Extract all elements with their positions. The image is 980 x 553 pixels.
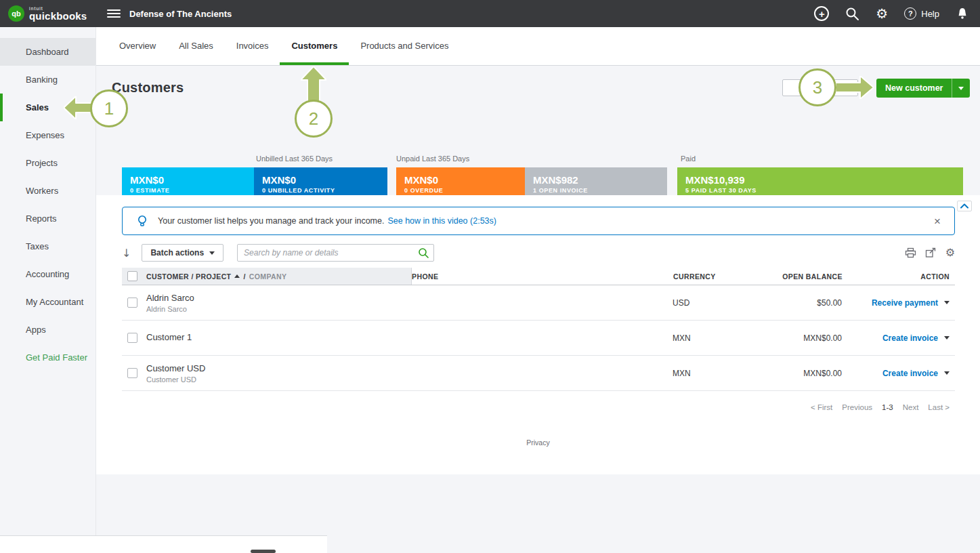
row-currency: MXN (673, 369, 754, 378)
select-all-checkbox[interactable] (127, 271, 137, 281)
table-row[interactable]: Customer 1 MXN MXN$0.00 Create invoice (122, 321, 955, 356)
tab-all-sales[interactable]: All Sales (167, 27, 225, 65)
sidebar-item-my-accountant[interactable]: My Accountant (0, 288, 95, 316)
quickbooks-logo: qb intuit quickbooks (0, 5, 96, 22)
hamburger-menu-icon[interactable] (107, 9, 121, 18)
customer-name-link[interactable]: Customer 1 (146, 332, 192, 342)
customer-name-link[interactable]: Aldrin Sarco (146, 293, 194, 303)
row-open-balance: MXN$0.00 (754, 369, 842, 378)
row-action-link[interactable]: Receive payment (872, 298, 938, 308)
scrollbar-thumb[interactable] (251, 550, 276, 553)
tab-invoices[interactable]: Invoices (225, 27, 280, 65)
annotation-step-1: 1 (90, 89, 128, 127)
row-currency: MXN (673, 333, 754, 343)
tab-customers[interactable]: Customers (280, 27, 349, 65)
sidebar-item-banking[interactable]: Banking (0, 66, 95, 94)
header-checkbox-cell (122, 268, 146, 285)
row-name-cell: Aldrin Sarco Aldrin Sarco (146, 293, 411, 313)
table-row[interactable]: Customer USD Customer USD MXN MXN$0.00 C… (122, 356, 955, 391)
export-icon[interactable] (925, 247, 937, 258)
row-open-balance: MXN$0.00 (754, 333, 842, 343)
customer-list-panel: Your customer list helps you manage and … (96, 195, 980, 474)
banner-video-link[interactable]: See how in this video (2:53s) (387, 216, 496, 226)
row-action-chevron-icon[interactable] (944, 301, 950, 304)
pagination-range: 1-3 (882, 403, 893, 411)
segment-caption: 1 OPEN INVOICE (533, 187, 659, 194)
list-toolbar: ↓ Batch actions ⚙ (122, 243, 955, 262)
sidebar-item-reports[interactable]: Reports (0, 205, 95, 232)
search-icon[interactable] (845, 7, 859, 21)
sidebar-item-taxes[interactable]: Taxes (0, 232, 95, 260)
search-icon[interactable] (418, 247, 429, 262)
sidebar-item-accounting[interactable]: Accounting (0, 260, 95, 288)
topbar-actions: + ⚙ ? Help (814, 6, 980, 21)
toolbar-right-icons: ⚙ (905, 247, 955, 258)
batch-actions-button[interactable]: Batch actions (142, 244, 223, 262)
table-header-name-group: CUSTOMER / PROJECT / COMPANY (122, 268, 412, 285)
new-customer-dropdown[interactable] (952, 79, 970, 98)
sort-icon[interactable]: ↓ (122, 247, 131, 260)
customer-name-link[interactable]: Customer USD (146, 363, 205, 373)
info-banner: Your customer list helps you manage and … (122, 207, 955, 235)
segment-caption: 0 UNBILLED ACTIVITY (262, 187, 379, 194)
money-label-unbilled: Unbilled Last 365 Days (256, 155, 333, 163)
header-customer-label: CUSTOMER / PROJECT (146, 272, 231, 281)
row-checkbox-cell (122, 333, 146, 343)
sidebar-item-apps[interactable]: Apps (0, 316, 95, 344)
row-action-chevron-icon[interactable] (944, 371, 950, 375)
tab-products-and-services[interactable]: Products and Services (349, 27, 460, 65)
table-row[interactable]: Aldrin Sarco Aldrin Sarco USD $50.00 Rec… (122, 285, 955, 321)
row-action-link[interactable]: Create invoice (882, 333, 938, 343)
new-customer-button[interactable]: New customer (876, 79, 970, 98)
list-settings-gear-icon[interactable]: ⚙ (945, 247, 955, 258)
pagination-last[interactable]: Last > (928, 403, 950, 411)
collapse-chevron-up-button[interactable] (957, 201, 972, 211)
help-label: Help (921, 9, 939, 19)
page-title: Customers (112, 80, 184, 96)
print-icon[interactable] (905, 247, 916, 258)
new-customer-label[interactable]: New customer (876, 79, 952, 98)
sidebar-item-expenses[interactable]: Expenses (0, 121, 95, 149)
pagination-next[interactable]: Next (903, 403, 919, 411)
segment-amount: MXN$982 (533, 174, 659, 186)
chevron-down-icon (209, 251, 215, 255)
tab-overview[interactable]: Overview (108, 27, 167, 65)
search-input[interactable] (237, 244, 434, 262)
row-open-balance: $50.00 (754, 298, 842, 308)
qb-logo-icon: qb (8, 5, 24, 22)
sort-ascending-icon (234, 274, 240, 278)
annotation-arrow-up (301, 66, 326, 102)
pagination-previous[interactable]: Previous (842, 403, 872, 411)
row-checkbox[interactable] (127, 298, 137, 308)
sidebar-item-get-paid-faster[interactable]: Get Paid Faster (0, 344, 95, 371)
notifications-bell-icon[interactable] (956, 7, 969, 20)
company-name: Defense of The Ancients (129, 9, 232, 19)
header-customer-project[interactable]: CUSTOMER / PROJECT / COMPANY (146, 268, 411, 285)
customer-company: Aldrin Sarco (146, 305, 187, 313)
row-checkbox[interactable] (127, 333, 137, 343)
help-button[interactable]: ? Help (904, 7, 939, 20)
privacy-link[interactable]: Privacy (96, 438, 980, 447)
gear-icon[interactable]: ⚙ (876, 7, 888, 20)
row-checkbox-cell (122, 298, 146, 308)
segment-caption: 5 PAID LAST 30 DAYS (685, 187, 955, 194)
row-action-chevron-icon[interactable] (944, 336, 950, 340)
header-phone: PHONE (412, 268, 673, 285)
sidebar-item-workers[interactable]: Workers (0, 177, 95, 205)
header-separator: / (243, 272, 245, 281)
main-content: Overview All Sales Invoices Customers Pr… (96, 27, 980, 553)
row-action-link[interactable]: Create invoice (882, 369, 938, 378)
search-field-wrap (237, 244, 434, 262)
row-action-cell: Create invoice (842, 369, 955, 378)
row-checkbox[interactable] (127, 368, 137, 378)
horizontal-scrollbar[interactable] (0, 535, 327, 553)
table-header-row: CUSTOMER / PROJECT / COMPANY PHONE CURRE… (122, 268, 955, 285)
create-plus-icon[interactable]: + (814, 6, 829, 21)
annotation-step-2: 2 (295, 100, 333, 138)
row-currency: USD (673, 298, 754, 308)
pagination-first[interactable]: < First (811, 403, 832, 411)
row-name-cell: Customer 1 (146, 332, 411, 344)
close-icon[interactable]: × (934, 216, 941, 227)
sidebar-item-projects[interactable]: Projects (0, 149, 95, 177)
sidebar-item-dashboard[interactable]: Dashboard (0, 38, 95, 66)
